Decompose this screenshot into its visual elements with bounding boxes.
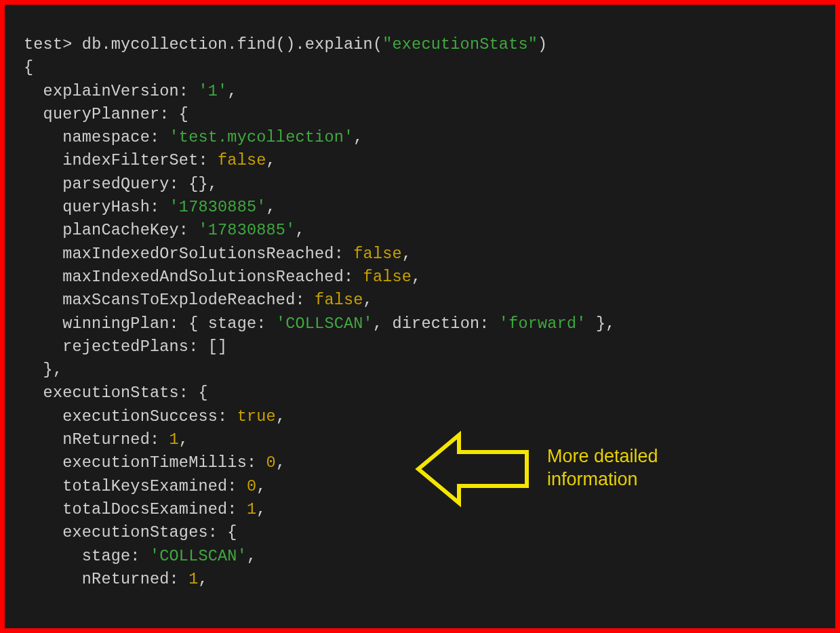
query-hash-key: queryHash:: [24, 198, 169, 216]
command-tail: ): [538, 35, 547, 54]
comma: ,: [256, 500, 266, 518]
parsed-query: parsedQuery: {},: [24, 175, 218, 193]
command-text: db.mycollection.find().explain(: [82, 35, 382, 54]
plan-cache-val: '17830885': [198, 221, 295, 239]
n-returned-val: 1: [169, 430, 179, 449]
max-indexed-or-key: maxIndexedOrSolutionsReached:: [24, 245, 353, 263]
comma: ,: [353, 128, 363, 146]
query-hash-val: '17830885': [169, 198, 266, 216]
comma: ,: [295, 221, 304, 239]
explain-version-key: explainVersion:: [24, 82, 198, 100]
brace-open: {: [24, 58, 33, 77]
n-returned2-key: nReturned:: [24, 570, 188, 588]
exec-success-val: true: [237, 407, 276, 426]
namespace-key: namespace:: [24, 128, 169, 146]
max-scans-val: false: [315, 291, 363, 309]
index-filter-key: indexFilterSet:: [24, 151, 218, 169]
comma: ,: [198, 570, 207, 588]
comma: ,: [402, 245, 412, 263]
stage-key: stage:: [24, 547, 150, 565]
command-arg: "executionStats": [382, 35, 538, 54]
comma: ,: [363, 291, 373, 309]
annotation-text: More detailed information: [547, 445, 658, 491]
comma: ,: [276, 453, 285, 472]
namespace-val: 'test.mycollection': [169, 128, 354, 146]
annotation-arrow-icon: [412, 425, 534, 513]
explain-version-val: '1': [198, 82, 227, 100]
terminal-frame: test> db.mycollection.find().explain("ex…: [0, 0, 840, 633]
max-scans-key: maxScansToExplodeReached:: [24, 291, 315, 309]
plan-cache-key: planCacheKey:: [24, 221, 198, 239]
exec-stats-key: executionStats: {: [24, 384, 208, 402]
winning-plan-key: winningPlan: { stage:: [24, 314, 276, 333]
annotation-line1: More detailed: [547, 445, 658, 468]
comma: ,: [227, 82, 237, 100]
max-indexed-or-val: false: [353, 245, 402, 263]
close-qp: },: [24, 361, 62, 379]
rejected-plans: rejectedPlans: []: [24, 338, 227, 356]
query-planner-key: queryPlanner: {: [24, 105, 188, 123]
max-indexed-and-key: maxIndexedAndSolutionsReached:: [24, 268, 363, 286]
n-returned-key: nReturned:: [24, 430, 169, 449]
comma: ,: [412, 268, 421, 286]
winning-plan-tail: },: [586, 314, 616, 333]
total-docs-key: totalDocsExamined:: [24, 500, 247, 518]
comma: ,: [247, 547, 256, 565]
annotation-line2: information: [547, 468, 658, 491]
comma: ,: [256, 477, 266, 495]
exec-stages-key: executionStages: {: [24, 523, 237, 542]
stage-val: 'COLLSCAN': [150, 547, 247, 565]
n-returned2-val: 1: [188, 570, 198, 588]
winning-plan-mid: , direction:: [373, 314, 499, 333]
exec-success-key: executionSuccess:: [24, 407, 237, 426]
exec-time-key: executionTimeMillis:: [24, 453, 266, 472]
comma: ,: [179, 430, 188, 449]
winning-plan-dir: 'forward': [499, 314, 586, 333]
total-docs-val: 1: [247, 500, 256, 518]
winning-plan-stage: 'COLLSCAN': [276, 314, 373, 333]
total-keys-key: totalKeysExamined:: [24, 477, 247, 495]
index-filter-val: false: [218, 151, 266, 169]
max-indexed-and-val: false: [363, 268, 412, 286]
comma: ,: [266, 198, 276, 216]
total-keys-val: 0: [247, 477, 256, 495]
exec-time-val: 0: [266, 453, 276, 472]
prompt: test>: [24, 35, 82, 54]
comma: ,: [266, 151, 276, 169]
comma: ,: [276, 407, 285, 426]
